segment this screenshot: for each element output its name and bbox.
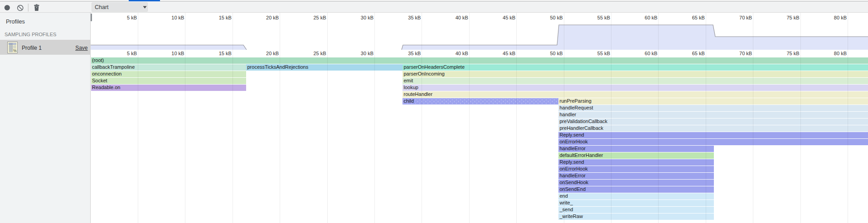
svg-text:%: % (13, 48, 17, 53)
